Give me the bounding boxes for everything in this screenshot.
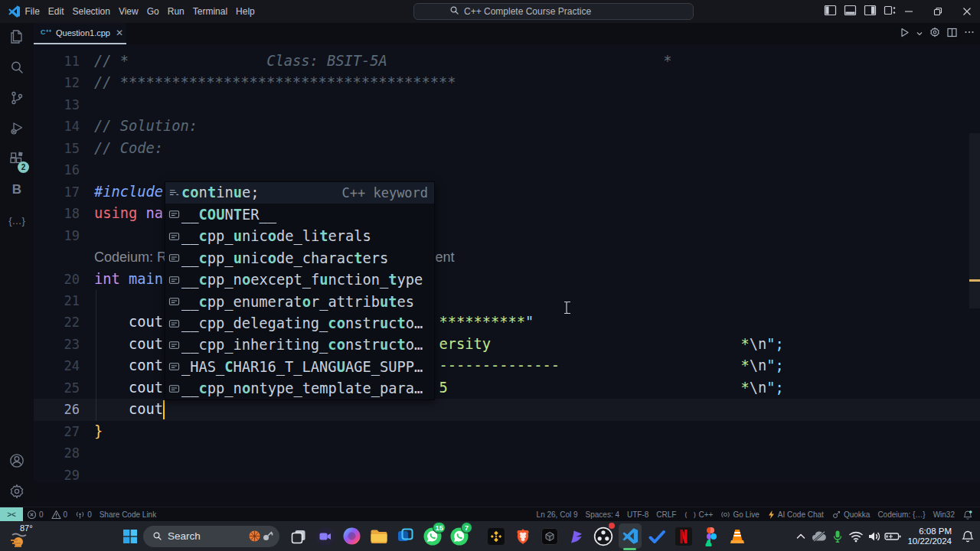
- statusbar-problems-errors[interactable]: 0: [23, 507, 47, 522]
- minimize-button[interactable]: [894, 0, 923, 23]
- tray-volume[interactable]: [865, 521, 884, 551]
- run-button[interactable]: [899, 27, 910, 41]
- menu-selection[interactable]: Selection: [68, 0, 114, 23]
- taskbar-app-dark-app[interactable]: [536, 521, 563, 551]
- taskbar-app-vlc[interactable]: [724, 521, 750, 551]
- line-number: 19: [34, 225, 80, 246]
- suggest-item[interactable]: __cpp_nontype_template_para…: [165, 378, 434, 399]
- statusbar-problems-warnings[interactable]: 0: [47, 507, 72, 522]
- suggest-item[interactable]: continue;C++ keyword: [165, 182, 434, 204]
- statusbar-share-code-link[interactable]: Share Code Link: [96, 507, 161, 522]
- suggest-item[interactable]: __cpp_enumerator_attributes: [165, 291, 434, 312]
- command-center-search[interactable]: C++ Complete Course Practice: [413, 3, 694, 20]
- taskbar-app-whatsapp-2[interactable]: 7: [446, 521, 472, 551]
- activity-extensions[interactable]: 2: [0, 144, 34, 174]
- suggest-item-label: __cpp_unicode_characters: [181, 250, 388, 266]
- tray-microphone[interactable]: [828, 521, 847, 551]
- suggest-item[interactable]: __cpp_noexcept_function_type: [165, 269, 434, 290]
- statusbar-ai-code-chat[interactable]: AI Code Chat: [763, 507, 828, 522]
- menu-terminal[interactable]: Terminal: [188, 0, 231, 23]
- taskbar-app-camera-app[interactable]: [312, 521, 338, 551]
- menu-edit[interactable]: Edit: [44, 0, 68, 23]
- camera-app-icon: [315, 527, 335, 546]
- account-icon: [8, 452, 26, 470]
- code-token: ";: [766, 377, 784, 399]
- taskbar-app-obs[interactable]: [590, 521, 616, 551]
- menu-go[interactable]: Go: [142, 0, 163, 23]
- notification-bell[interactable]: z: [956, 521, 980, 551]
- taskbar-app-file-explorer[interactable]: [365, 521, 392, 551]
- close-button[interactable]: [952, 0, 980, 23]
- menu-help[interactable]: Help: [232, 0, 260, 23]
- editor-more-actions-icon[interactable]: [963, 26, 975, 41]
- statusbar-ports[interactable]: 0: [71, 507, 96, 522]
- taskbar-app-check-app[interactable]: [643, 521, 670, 551]
- code-line-16: 16: [34, 159, 980, 181]
- activity-source-control[interactable]: [0, 83, 34, 113]
- code-editor[interactable]: 11// *Class: BSIT-5A*12// **************…: [34, 44, 980, 507]
- taskbar-app-binance[interactable]: [482, 521, 509, 551]
- taskbar-app-blue-squares-app[interactable]: [392, 521, 419, 551]
- statusbar-encoding[interactable]: UTF-8: [623, 507, 652, 522]
- restore-button[interactable]: [923, 0, 952, 23]
- code-token: // Code:: [94, 138, 163, 159]
- cpp-file-icon: C: [40, 25, 52, 41]
- statusbar-indentation[interactable]: Spaces: 4: [582, 507, 623, 522]
- taskbar-app-vscode[interactable]: [616, 521, 643, 551]
- taskbar-app-figma[interactable]: [697, 521, 724, 551]
- statusbar-win32[interactable]: Win32: [929, 507, 959, 522]
- suggest-item[interactable]: __cpp_unicode_characters: [165, 247, 434, 269]
- tab-close-icon[interactable]: ✕: [116, 28, 123, 38]
- remote-indicator[interactable]: ><: [0, 507, 23, 522]
- activity-account[interactable]: [0, 445, 34, 476]
- activity-explorer[interactable]: [0, 21, 34, 52]
- taskbar-app-netflix[interactable]: [670, 521, 697, 551]
- activity-debug[interactable]: [0, 113, 34, 144]
- code-token: cout: [129, 399, 163, 420]
- code-line-15: 15// Code:: [34, 138, 980, 159]
- run-dropdown-icon[interactable]: [916, 27, 923, 41]
- suggest-item[interactable]: __cpp_unicode_literals: [165, 226, 434, 247]
- taskbar-clock[interactable]: 6:08 PM10/22/2024: [907, 527, 952, 546]
- statusbar-quokka[interactable]: Quokka: [828, 507, 874, 522]
- suggest-item[interactable]: __COUNTER__: [165, 204, 434, 225]
- activity-blackbox[interactable]: B: [0, 174, 34, 205]
- taskbar-app-copilot[interactable]: [338, 521, 365, 551]
- taskbar-search[interactable]: Search: [143, 526, 279, 547]
- activity-search[interactable]: [0, 52, 34, 83]
- menu-run[interactable]: Run: [163, 0, 188, 23]
- taskbar-app-task-view[interactable]: [285, 521, 312, 551]
- activity-snippets[interactable]: {…}: [0, 205, 34, 236]
- editor-scrollbar[interactable]: [969, 133, 980, 308]
- toggle-sidebar-icon[interactable]: [824, 4, 837, 20]
- activity-settings[interactable]: [0, 476, 34, 507]
- suggest-item[interactable]: _HAS_CHAR16_T_LANGUAGE_SUPP…: [165, 356, 434, 377]
- toggle-secondary-sidebar-icon[interactable]: [864, 4, 877, 20]
- split-editor-icon[interactable]: [946, 27, 958, 41]
- statusbar-label: 0: [87, 510, 92, 519]
- statusbar-language-mode[interactable]: ( )C++: [680, 507, 717, 522]
- tray-battery[interactable]: [884, 521, 902, 551]
- editor-settings-icon[interactable]: [929, 26, 941, 41]
- menu-file[interactable]: File: [21, 0, 44, 23]
- statusbar-go-live[interactable]: Go Live: [717, 507, 763, 522]
- taskbar-app-start[interactable]: [116, 521, 143, 551]
- pill-key-icon: [262, 530, 273, 542]
- tray-onedrive[interactable]: [810, 521, 828, 551]
- taskbar-app-purple-app[interactable]: [563, 521, 590, 551]
- toggle-panel-icon[interactable]: [844, 4, 857, 20]
- menu-view[interactable]: View: [114, 0, 142, 23]
- tray-wifi[interactable]: [847, 521, 865, 551]
- tab-question1-cpp[interactable]: C Question1.cpp ✕: [34, 23, 126, 44]
- statusbar-cursor-position[interactable]: Ln 26, Col 9: [533, 507, 582, 522]
- statusbar-notifications[interactable]: [959, 507, 977, 522]
- taskbar-app-brave[interactable]: [509, 521, 536, 551]
- suggest-item[interactable]: __cpp_delegating_constructo…: [165, 312, 434, 334]
- suggest-item-label: __cpp_nontype_template_para…: [181, 380, 423, 396]
- taskbar-app-whatsapp-1[interactable]: 15: [419, 521, 446, 551]
- statusbar-eol[interactable]: CRLF: [652, 507, 680, 522]
- tray-tray-expand[interactable]: [792, 521, 810, 551]
- netflix-icon: [675, 527, 692, 546]
- statusbar-codeium[interactable]: Codeium: {…}: [874, 507, 929, 522]
- suggest-item[interactable]: __cpp_inheriting_constructo…: [165, 334, 434, 356]
